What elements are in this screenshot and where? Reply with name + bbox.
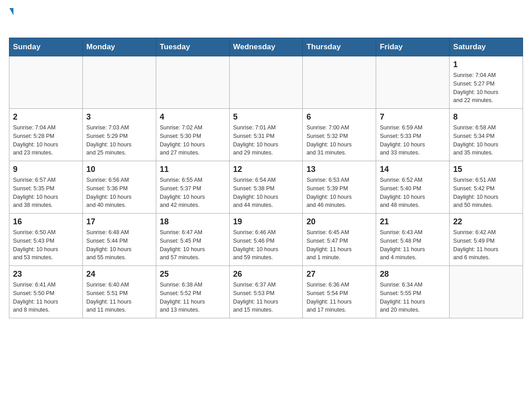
calendar-day-20: 20Sunrise: 6:45 AM Sunset: 5:47 PM Dayli… [303, 214, 376, 266]
day-number: 24 [86, 270, 152, 279]
calendar-week-4: 16Sunrise: 6:50 AM Sunset: 5:43 PM Dayli… [9, 214, 523, 266]
calendar-empty-cell [450, 266, 523, 318]
day-info: Sunrise: 6:53 AM Sunset: 5:39 PM Dayligh… [306, 176, 372, 210]
day-info: Sunrise: 6:58 AM Sunset: 5:34 PM Dayligh… [453, 124, 519, 157]
calendar-day-12: 12Sunrise: 6:54 AM Sunset: 5:38 PM Dayli… [229, 161, 303, 214]
day-number: 1 [453, 60, 519, 69]
day-info: Sunrise: 6:37 AM Sunset: 5:53 PM Dayligh… [233, 281, 299, 314]
day-number: 20 [306, 217, 372, 227]
calendar-week-5: 23Sunrise: 6:41 AM Sunset: 5:50 PM Dayli… [9, 266, 523, 318]
day-info: Sunrise: 6:56 AM Sunset: 5:36 PM Dayligh… [86, 176, 152, 210]
calendar-header-saturday: Saturday [450, 38, 523, 56]
calendar-week-3: 9Sunrise: 6:57 AM Sunset: 5:35 PM Daylig… [9, 161, 523, 214]
logo-triangle-icon [9, 8, 13, 15]
calendar-day-26: 26Sunrise: 6:37 AM Sunset: 5:53 PM Dayli… [229, 266, 303, 318]
day-number: 23 [13, 270, 79, 279]
calendar-header-wednesday: Wednesday [229, 38, 303, 56]
day-info: Sunrise: 7:04 AM Sunset: 5:28 PM Dayligh… [13, 124, 79, 157]
calendar-day-25: 25Sunrise: 6:38 AM Sunset: 5:52 PM Dayli… [156, 266, 229, 318]
calendar-week-2: 2Sunrise: 7:04 AM Sunset: 5:28 PM Daylig… [9, 109, 523, 161]
day-info: Sunrise: 6:51 AM Sunset: 5:42 PM Dayligh… [453, 176, 519, 210]
day-number: 4 [160, 112, 226, 122]
calendar-empty-cell [376, 56, 450, 109]
day-number: 26 [233, 270, 299, 279]
day-number: 9 [13, 165, 79, 174]
calendar-day-14: 14Sunrise: 6:52 AM Sunset: 5:40 PM Dayli… [376, 161, 450, 214]
calendar-day-18: 18Sunrise: 6:47 AM Sunset: 5:45 PM Dayli… [156, 214, 229, 266]
day-number: 19 [233, 217, 299, 227]
calendar-day-24: 24Sunrise: 6:40 AM Sunset: 5:51 PM Dayli… [82, 266, 156, 318]
page-header [9, 9, 523, 30]
day-info: Sunrise: 6:36 AM Sunset: 5:54 PM Dayligh… [306, 281, 372, 314]
day-number: 10 [86, 165, 152, 174]
calendar-empty-cell [156, 56, 229, 109]
day-number: 3 [86, 112, 152, 122]
day-number: 13 [306, 165, 372, 174]
day-info: Sunrise: 6:40 AM Sunset: 5:51 PM Dayligh… [86, 281, 152, 314]
day-info: Sunrise: 6:45 AM Sunset: 5:47 PM Dayligh… [306, 228, 372, 262]
calendar-day-11: 11Sunrise: 6:55 AM Sunset: 5:37 PM Dayli… [156, 161, 229, 214]
calendar-day-2: 2Sunrise: 7:04 AM Sunset: 5:28 PM Daylig… [9, 109, 83, 161]
day-number: 28 [380, 270, 446, 279]
day-number: 16 [13, 217, 79, 227]
calendar-empty-cell [9, 56, 83, 109]
day-info: Sunrise: 6:57 AM Sunset: 5:35 PM Dayligh… [13, 176, 79, 210]
day-info: Sunrise: 7:01 AM Sunset: 5:31 PM Dayligh… [233, 124, 299, 157]
day-info: Sunrise: 6:42 AM Sunset: 5:49 PM Dayligh… [453, 228, 519, 262]
day-info: Sunrise: 6:47 AM Sunset: 5:45 PM Dayligh… [160, 228, 226, 262]
day-number: 18 [160, 217, 226, 227]
day-number: 12 [233, 165, 299, 174]
day-info: Sunrise: 7:03 AM Sunset: 5:29 PM Dayligh… [86, 124, 152, 157]
calendar-day-16: 16Sunrise: 6:50 AM Sunset: 5:43 PM Dayli… [9, 214, 83, 266]
calendar-day-13: 13Sunrise: 6:53 AM Sunset: 5:39 PM Dayli… [303, 161, 376, 214]
calendar-header-monday: Monday [82, 38, 156, 56]
calendar-day-27: 27Sunrise: 6:36 AM Sunset: 5:54 PM Dayli… [303, 266, 376, 318]
day-number: 21 [380, 217, 446, 227]
day-number: 7 [380, 112, 446, 122]
day-number: 22 [453, 217, 519, 227]
calendar-day-8: 8Sunrise: 6:58 AM Sunset: 5:34 PM Daylig… [450, 109, 523, 161]
calendar-week-1: 1Sunrise: 7:04 AM Sunset: 5:27 PM Daylig… [9, 56, 523, 109]
day-info: Sunrise: 6:34 AM Sunset: 5:55 PM Dayligh… [380, 281, 446, 314]
day-info: Sunrise: 6:55 AM Sunset: 5:37 PM Dayligh… [160, 176, 226, 210]
calendar-day-28: 28Sunrise: 6:34 AM Sunset: 5:55 PM Dayli… [376, 266, 450, 318]
calendar-day-3: 3Sunrise: 7:03 AM Sunset: 5:29 PM Daylig… [82, 109, 156, 161]
day-number: 14 [380, 165, 446, 174]
calendar-day-22: 22Sunrise: 6:42 AM Sunset: 5:49 PM Dayli… [450, 214, 523, 266]
day-number: 15 [453, 165, 519, 174]
calendar-empty-cell [303, 56, 376, 109]
day-info: Sunrise: 7:00 AM Sunset: 5:32 PM Dayligh… [306, 124, 372, 157]
calendar-day-7: 7Sunrise: 6:59 AM Sunset: 5:33 PM Daylig… [376, 109, 450, 161]
day-number: 5 [233, 112, 299, 122]
day-info: Sunrise: 6:38 AM Sunset: 5:52 PM Dayligh… [160, 281, 226, 314]
calendar-empty-cell [229, 56, 303, 109]
day-number: 2 [13, 112, 79, 122]
calendar-header-friday: Friday [376, 38, 450, 56]
calendar-day-5: 5Sunrise: 7:01 AM Sunset: 5:31 PM Daylig… [229, 109, 303, 161]
day-info: Sunrise: 6:50 AM Sunset: 5:43 PM Dayligh… [13, 228, 79, 262]
calendar-day-10: 10Sunrise: 6:56 AM Sunset: 5:36 PM Dayli… [82, 161, 156, 214]
calendar-day-23: 23Sunrise: 6:41 AM Sunset: 5:50 PM Dayli… [9, 266, 83, 318]
day-number: 25 [160, 270, 226, 279]
calendar-header-row: SundayMondayTuesdayWednesdayThursdayFrid… [9, 38, 523, 56]
calendar-empty-cell [82, 56, 156, 109]
calendar-day-15: 15Sunrise: 6:51 AM Sunset: 5:42 PM Dayli… [450, 161, 523, 214]
calendar-day-6: 6Sunrise: 7:00 AM Sunset: 5:32 PM Daylig… [303, 109, 376, 161]
calendar-day-17: 17Sunrise: 6:48 AM Sunset: 5:44 PM Dayli… [82, 214, 156, 266]
day-info: Sunrise: 6:52 AM Sunset: 5:40 PM Dayligh… [380, 176, 446, 210]
calendar-header-sunday: Sunday [9, 38, 83, 56]
calendar-day-1: 1Sunrise: 7:04 AM Sunset: 5:27 PM Daylig… [450, 56, 523, 109]
calendar-table: SundayMondayTuesdayWednesdayThursdayFrid… [9, 38, 523, 318]
calendar-day-19: 19Sunrise: 6:46 AM Sunset: 5:46 PM Dayli… [229, 214, 303, 266]
day-info: Sunrise: 6:59 AM Sunset: 5:33 PM Dayligh… [380, 124, 446, 157]
day-number: 11 [160, 165, 226, 174]
day-info: Sunrise: 6:48 AM Sunset: 5:44 PM Dayligh… [86, 228, 152, 262]
calendar-day-21: 21Sunrise: 6:43 AM Sunset: 5:48 PM Dayli… [376, 214, 450, 266]
day-number: 27 [306, 270, 372, 279]
day-info: Sunrise: 6:43 AM Sunset: 5:48 PM Dayligh… [380, 228, 446, 262]
calendar-header-tuesday: Tuesday [156, 38, 229, 56]
day-number: 6 [306, 112, 372, 122]
day-info: Sunrise: 6:46 AM Sunset: 5:46 PM Dayligh… [233, 228, 299, 262]
day-number: 8 [453, 112, 519, 122]
calendar-day-4: 4Sunrise: 7:02 AM Sunset: 5:30 PM Daylig… [156, 109, 229, 161]
